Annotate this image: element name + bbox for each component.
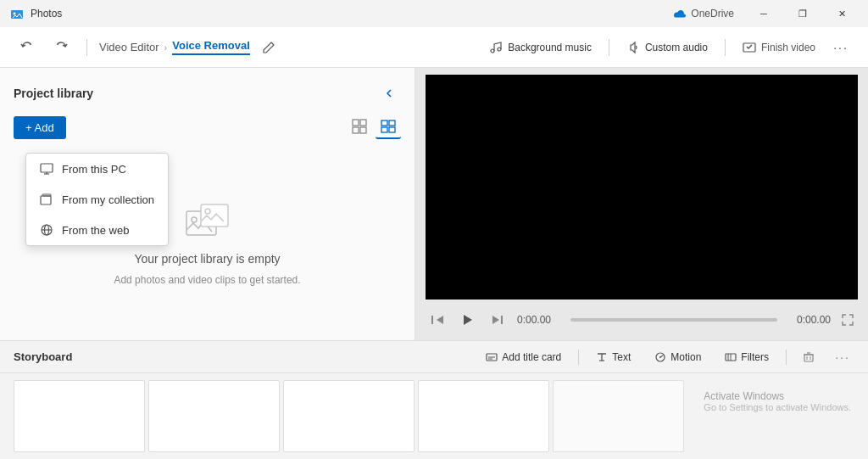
minimize-button[interactable]: ─ [744, 0, 783, 27]
from-pc-label: From this PC [62, 163, 126, 176]
filters-button[interactable]: Filters [718, 349, 776, 366]
svg-rect-5 [353, 120, 359, 126]
toolbar-divider-2 [609, 39, 609, 56]
empty-library-icon [182, 201, 233, 243]
background-music-label: Background music [508, 42, 592, 53]
filters-label: Filters [741, 351, 769, 363]
text-button[interactable]: Text [589, 349, 637, 366]
panel-toolbar: + Add [0, 112, 415, 146]
motion-icon [654, 351, 666, 363]
photos-icon [10, 7, 24, 20]
empty-state-title: Your project library is empty [134, 252, 280, 266]
from-collection-menu-item[interactable]: From my collection [26, 184, 168, 215]
add-title-card-label: Add title card [502, 351, 561, 363]
toolbar-divider-3 [725, 39, 726, 56]
svg-point-35 [659, 356, 661, 358]
svg-rect-39 [804, 355, 813, 361]
breadcrumb-parent[interactable]: Video Editor [99, 41, 159, 53]
text-label: Text [612, 351, 631, 363]
svg-rect-29 [501, 316, 503, 324]
collection-icon [40, 193, 53, 206]
from-web-menu-item[interactable]: From the web [26, 215, 168, 245]
motion-label: Motion [670, 351, 701, 363]
svg-rect-16 [41, 196, 51, 204]
skip-back-button[interactable] [426, 308, 449, 332]
breadcrumb: Video Editor › Voice Removal [99, 39, 250, 55]
svg-point-22 [192, 217, 197, 222]
storyboard-card-3[interactable] [283, 380, 415, 452]
svg-rect-12 [389, 127, 395, 132]
play-button[interactable] [456, 308, 480, 332]
svg-rect-10 [389, 120, 395, 126]
custom-audio-button[interactable]: Custom audio [618, 37, 716, 58]
app-title: Photos [31, 8, 62, 20]
sb-divider-1 [578, 350, 579, 365]
motion-button[interactable]: Motion [648, 349, 708, 366]
svg-rect-13 [41, 164, 53, 172]
svg-rect-9 [381, 120, 387, 126]
svg-point-2 [491, 49, 494, 53]
background-music-button[interactable]: Background music [481, 37, 600, 58]
collapse-panel-button[interactable] [377, 81, 401, 105]
storyboard-header: Storyboard Add title card Text Motion [0, 341, 868, 373]
music-note-icon [489, 41, 503, 54]
filters-icon [725, 351, 737, 363]
toolbar-divider-1 [86, 39, 87, 56]
custom-audio-label: Custom audio [645, 42, 708, 53]
svg-rect-26 [431, 316, 433, 324]
video-controls: 0:00.00 0:00.00 [415, 299, 868, 340]
time-current: 0:00.00 [517, 314, 564, 326]
time-total: 0:00.00 [784, 314, 831, 326]
title-bar: Photos OneDrive ─ ❐ ✕ [0, 0, 868, 27]
view-toggle [347, 115, 401, 139]
svg-marker-28 [492, 316, 499, 324]
progress-bar[interactable] [570, 318, 777, 322]
svg-marker-27 [464, 315, 472, 325]
from-collection-label: From my collection [62, 193, 154, 206]
add-button-label: + Add [25, 121, 54, 134]
redo-button[interactable] [47, 34, 75, 61]
undo-button[interactable] [14, 34, 41, 61]
expand-button[interactable] [837, 310, 858, 330]
grid-view-button[interactable] [347, 115, 372, 139]
storyboard-card-1[interactable] [14, 380, 145, 452]
right-panel: 0:00.00 0:00.00 [415, 68, 868, 340]
svg-rect-8 [360, 127, 366, 133]
add-button[interactable]: + Add [14, 116, 66, 139]
storyboard-title: Storyboard [14, 350, 469, 363]
add-title-card-button[interactable]: Add title card [479, 349, 568, 366]
from-pc-menu-item[interactable]: From this PC [26, 154, 168, 184]
storyboard-card-2[interactable] [148, 380, 280, 452]
storyboard-more-button[interactable]: ··· [831, 345, 854, 369]
storyboard-card-4[interactable] [418, 380, 549, 452]
video-preview [426, 75, 858, 299]
computer-icon [40, 162, 53, 176]
empty-state-subtitle: Add photos and video clips to get starte… [114, 274, 300, 286]
storyboard-card-5[interactable] [553, 380, 684, 452]
finish-video-label: Finish video [761, 42, 815, 53]
breadcrumb-separator: › [164, 42, 168, 53]
list-view-button[interactable] [376, 115, 401, 139]
close-button[interactable]: ✕ [822, 0, 861, 27]
from-web-label: From the web [62, 224, 129, 237]
trash-icon [803, 351, 815, 363]
add-dropdown-menu: From this PC From my collection From the… [25, 153, 169, 246]
delete-button[interactable] [797, 345, 821, 369]
text-icon [596, 351, 608, 363]
toolbar-more-button[interactable]: ··· [827, 34, 854, 61]
svg-marker-25 [437, 316, 443, 324]
left-panel: Project library + Add [0, 68, 415, 340]
toolbar: Video Editor › Voice Removal Background … [0, 27, 868, 68]
maximize-button[interactable]: ❐ [783, 0, 822, 27]
onedrive-icon [672, 7, 686, 20]
svg-rect-17 [42, 194, 51, 196]
finish-icon [743, 41, 756, 54]
skip-frame-button[interactable] [487, 308, 510, 332]
edit-title-button[interactable] [257, 36, 281, 59]
storyboard-content [0, 373, 868, 459]
svg-rect-11 [381, 127, 387, 132]
finish-video-button[interactable]: Finish video [734, 37, 824, 58]
add-title-card-icon [486, 351, 498, 363]
onedrive-label: OneDrive [691, 8, 734, 20]
svg-rect-7 [353, 127, 359, 133]
